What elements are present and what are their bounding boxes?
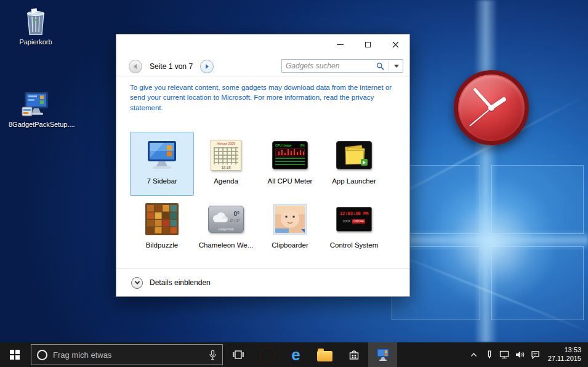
taskbar-edge-button[interactable]: e: [281, 342, 310, 367]
chevron-down-icon: [134, 279, 139, 284]
header-divider: [116, 76, 409, 76]
page-indicator: Seite 1 von 7: [150, 62, 193, 71]
cpu-graph: [275, 148, 305, 156]
start-button[interactable]: [0, 342, 30, 367]
task-view-button[interactable]: [224, 342, 252, 367]
file-explorer-icon: [317, 351, 332, 361]
search-button[interactable]: [374, 60, 386, 72]
agenda-number-grid: [214, 147, 238, 164]
taskbar-firefox-button[interactable]: [252, 342, 281, 367]
cpu-percent-text: 8%: [300, 143, 305, 147]
minimize-icon: [337, 44, 344, 45]
gadget-label: Clipboarder: [272, 241, 308, 249]
chevron-up-icon: [470, 352, 477, 357]
7-sidebar-icon: [142, 137, 182, 174]
taskbar-search-input[interactable]: [53, 350, 203, 360]
agenda-icon: februari 2009 18:18: [206, 137, 246, 174]
wallpaper-pane: [491, 165, 584, 234]
windows-logo-icon: [10, 350, 20, 360]
gadget-cell-control-system[interactable]: 12:03:30 PM LOCK ON/OFF Control System: [322, 196, 386, 260]
taskbar-store-button[interactable]: [339, 342, 368, 367]
setup-app-icon: [7, 90, 64, 118]
desktop-screen: Papierkorb 8GadgetPackSetup....: [0, 0, 588, 367]
tray-show-hidden-icons-button[interactable]: [469, 349, 480, 360]
tray-action-center-button[interactable]: [530, 349, 541, 360]
clock-date: 27.11.2015: [548, 355, 581, 363]
chevron-down-icon: [394, 65, 399, 68]
control-system-onoff-text: ON/OFF: [352, 219, 365, 224]
show-details-button[interactable]: [131, 277, 143, 289]
task-view-icon: [232, 350, 244, 360]
weather-temp-text: 0°: [233, 211, 240, 217]
gadget-cell-7-sidebar[interactable]: 7 Sidebar: [130, 132, 194, 196]
desktop-icon-label: 8GadgetPackSetup....: [7, 120, 76, 129]
maximize-button[interactable]: [354, 34, 382, 54]
pager-navigation: Seite 1 von 7: [129, 59, 214, 74]
gadget-label: 7 Sidebar: [147, 177, 177, 185]
store-icon: [348, 349, 360, 361]
taskbar-clock[interactable]: 13:53 27.11.2015: [546, 346, 584, 363]
gadget-grid: 7 Sidebar februari 2009 18:18 Agenda C: [130, 132, 386, 260]
show-details-label: Details einblenden: [150, 278, 211, 287]
firefox-icon: [259, 347, 275, 363]
gadget-search-input[interactable]: [286, 62, 374, 70]
tray-network-button[interactable]: [499, 349, 510, 360]
gadget-cell-all-cpu-meter[interactable]: CPU Usage 8% All CPU Meter: [258, 132, 322, 196]
gadget-label: App Launcher: [332, 177, 376, 185]
desktop-icon-label: Papierkorb: [18, 38, 53, 46]
desktop-icon-recycle-bin[interactable]: Papierkorb: [7, 7, 64, 46]
gadget-cell-bildpuzzle[interactable]: Bildpuzzle: [130, 196, 194, 260]
taskbar-gadget-app-button[interactable]: [368, 342, 397, 367]
wallpaper-pane: [491, 246, 584, 320]
next-page-button[interactable]: [200, 60, 214, 73]
close-button[interactable]: [382, 34, 409, 54]
action-center-icon: [531, 350, 540, 359]
close-icon: [392, 41, 399, 48]
gadget-cell-chameleon-weather[interactable]: 0° 2° / -2° Langemark Chameleon We...: [194, 196, 258, 260]
gadget-cell-app-launcher[interactable]: App Launcher: [322, 132, 386, 196]
gadget-cell-agenda[interactable]: februari 2009 18:18 Agenda: [194, 132, 258, 196]
gadget-label: Bildpuzzle: [146, 241, 178, 249]
taskbar-search-box[interactable]: [31, 344, 223, 365]
taskbar-file-explorer-button[interactable]: [310, 342, 339, 367]
network-icon: [499, 350, 510, 359]
desktop-icon-8gadgetpack-setup[interactable]: 8GadgetPackSetup....: [7, 90, 64, 129]
control-system-icon: 12:03:30 PM LOCK ON/OFF: [334, 201, 374, 238]
gadget-label: Chameleon We...: [199, 241, 254, 249]
gadget-label: All CPU Meter: [268, 177, 313, 185]
pen-icon: [485, 350, 494, 360]
gadget-cell-clipboarder[interactable]: Clipboarder: [258, 196, 322, 260]
cloud-icon: [211, 211, 229, 224]
control-system-lock-text: LOCK: [343, 220, 350, 223]
minimize-button[interactable]: [326, 34, 354, 54]
gadget-app-icon: [376, 348, 390, 361]
tray-pen-button[interactable]: [484, 349, 495, 360]
tray-volume-button[interactable]: [515, 349, 526, 360]
search-divider: [388, 61, 389, 71]
system-tray: 13:53 27.11.2015: [469, 342, 588, 367]
recycle-bin-icon: [7, 7, 64, 36]
all-cpu-meter-icon: CPU Usage 8%: [270, 137, 310, 174]
chevron-right-icon: [204, 64, 209, 69]
window-caption-buttons: [326, 34, 409, 54]
app-launcher-icon: [334, 137, 374, 174]
gadget-label: Agenda: [214, 177, 238, 185]
agenda-time-text: 18:18: [211, 166, 241, 169]
weather-city-text: Langemark: [209, 227, 243, 231]
clock-gadget[interactable]: [454, 70, 529, 145]
microphone-icon[interactable]: [209, 350, 217, 360]
bildpuzzle-icon: [142, 201, 182, 238]
cortana-icon: [37, 350, 47, 360]
privacy-info-text: To give you relevant content, some gadge…: [130, 83, 393, 113]
cpu-title-text: CPU Usage: [275, 143, 291, 147]
volume-icon: [515, 350, 525, 359]
agenda-month-text: februari 2009: [211, 140, 241, 145]
chevron-left-icon: [133, 64, 138, 69]
search-dropdown-button[interactable]: [390, 60, 403, 72]
control-system-time-text: 12:03:30 PM: [337, 211, 371, 216]
clock-second-hand: [469, 107, 492, 126]
gadget-gallery-window: Seite 1 von 7 To gi: [116, 34, 410, 297]
previous-page-button[interactable]: [129, 60, 142, 73]
gadget-search-box: [281, 59, 403, 73]
window-footer: Details einblenden: [116, 268, 409, 296]
